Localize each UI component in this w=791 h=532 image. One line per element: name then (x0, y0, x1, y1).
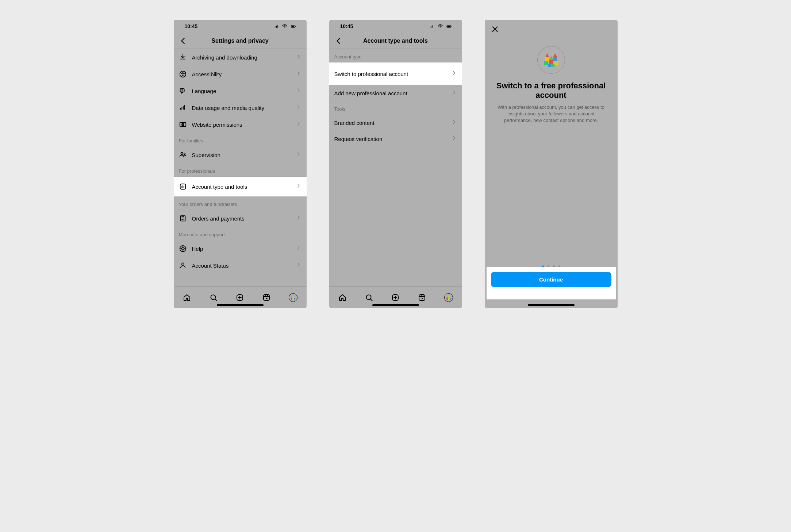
orders-icon (179, 214, 187, 222)
row-label: Website permissions (192, 122, 291, 128)
status-bar: 10:45 (329, 20, 462, 33)
row-account-status[interactable]: Account Status (174, 257, 307, 274)
row-account-type-and-tools[interactable]: Account type and tools (174, 177, 307, 196)
hero-avatar (537, 46, 565, 74)
account-type-content: Account type Switch to professional acco… (329, 49, 462, 286)
accessibility-icon (179, 70, 187, 78)
wifi-icon (437, 23, 443, 29)
row-data-usage[interactable]: Data usage and media quality (174, 99, 307, 116)
supervision-icon (179, 151, 187, 159)
row-language[interactable]: Language (174, 83, 307, 99)
tab-reels[interactable] (417, 293, 427, 302)
download-icon (179, 53, 187, 61)
cta-zone: Continue (487, 267, 616, 299)
home-indicator[interactable] (528, 304, 575, 306)
row-label: Add new professional account (334, 90, 446, 96)
chevron-right-icon (296, 104, 302, 111)
row-label: Help (192, 246, 291, 252)
section-tools: Tools (329, 101, 462, 115)
row-label: Request verification (334, 136, 446, 142)
close-icon (491, 25, 499, 33)
chevron-right-icon (296, 151, 302, 158)
tab-new-post[interactable] (235, 293, 245, 302)
svg-rect-36 (551, 64, 554, 67)
svg-marker-22 (292, 296, 293, 298)
row-branded-content[interactable]: Branded content (329, 115, 462, 131)
battery-icon (289, 23, 298, 29)
avatar (289, 293, 297, 302)
row-add-professional[interactable]: Add new professional account (329, 85, 462, 101)
svg-marker-27 (545, 53, 549, 57)
svg-marker-26 (447, 296, 448, 298)
back-button[interactable] (334, 36, 344, 46)
chevron-right-icon (451, 135, 457, 142)
chevron-right-icon (296, 215, 302, 222)
row-label: Accessibility (192, 71, 291, 77)
hero-section: Switch to a free professional account Wi… (485, 20, 618, 124)
tab-reels[interactable] (262, 293, 271, 302)
blocks-illustration-icon (541, 50, 561, 70)
svg-rect-33 (544, 61, 548, 65)
person-icon (179, 261, 187, 269)
signal-icon (274, 23, 280, 30)
tab-home[interactable] (182, 293, 192, 302)
avatar (444, 293, 453, 302)
svg-rect-25 (450, 298, 451, 300)
svg-rect-20 (293, 296, 294, 300)
status-icons (429, 23, 453, 30)
tab-profile[interactable] (444, 293, 453, 302)
page-title: Account type and tools (363, 38, 428, 44)
svg-rect-29 (545, 57, 549, 61)
signal-icon (429, 23, 436, 30)
home-indicator[interactable] (372, 304, 419, 306)
svg-rect-19 (291, 298, 292, 300)
chevron-right-icon (296, 262, 302, 269)
tab-home[interactable] (338, 293, 347, 302)
chevron-right-icon (296, 183, 302, 190)
hero-subtitle: With a professional account, you can get… (496, 104, 606, 124)
row-label: Branded content (334, 120, 446, 126)
chevron-right-icon (296, 87, 302, 95)
tab-search[interactable] (209, 293, 218, 302)
svg-marker-31 (549, 56, 553, 60)
row-switch-professional[interactable]: Switch to professional account (329, 62, 462, 85)
status-bar: 10:45 (174, 20, 307, 33)
section-for-families: For families (174, 133, 307, 146)
svg-rect-34 (554, 61, 558, 65)
section-account-type: Account type (329, 49, 462, 62)
row-supervision[interactable]: Supervision (174, 146, 307, 163)
row-archiving[interactable]: Archiving and downloading (174, 49, 307, 66)
battery-icon (445, 23, 453, 29)
wifi-icon (282, 23, 288, 29)
row-help[interactable]: Help (174, 240, 307, 257)
row-label: Account Status (192, 263, 291, 269)
chevron-left-icon (335, 37, 343, 45)
row-label: Switch to professional account (334, 71, 446, 77)
tab-new-post[interactable] (391, 293, 400, 302)
row-request-verification[interactable]: Request verification (329, 131, 462, 147)
tab-search[interactable] (364, 293, 374, 302)
row-label: Language (192, 88, 291, 94)
row-orders-payments[interactable]: Orders and payments (174, 210, 307, 227)
row-website-permissions[interactable]: Website permissions (174, 116, 307, 133)
language-icon (179, 87, 187, 95)
row-accessibility[interactable]: Accessibility (174, 66, 307, 83)
chevron-right-icon (451, 119, 457, 126)
chevron-right-icon (296, 54, 302, 61)
tab-profile[interactable] (288, 293, 298, 302)
help-icon (179, 245, 187, 253)
continue-button[interactable]: Continue (491, 272, 611, 287)
row-label: Archiving and downloading (192, 54, 291, 61)
row-label: Orders and payments (192, 215, 291, 222)
svg-rect-24 (448, 296, 450, 300)
close-button[interactable] (490, 24, 500, 34)
svg-rect-30 (553, 57, 557, 61)
globe-icon (179, 120, 187, 129)
nav-bar: Settings and privacy (174, 33, 307, 49)
home-indicator[interactable] (217, 304, 264, 306)
svg-marker-28 (553, 53, 557, 57)
row-label: Account type and tools (192, 184, 291, 190)
nav-bar: Account type and tools (329, 33, 462, 49)
chevron-right-icon (451, 70, 457, 77)
back-button[interactable] (178, 36, 188, 46)
